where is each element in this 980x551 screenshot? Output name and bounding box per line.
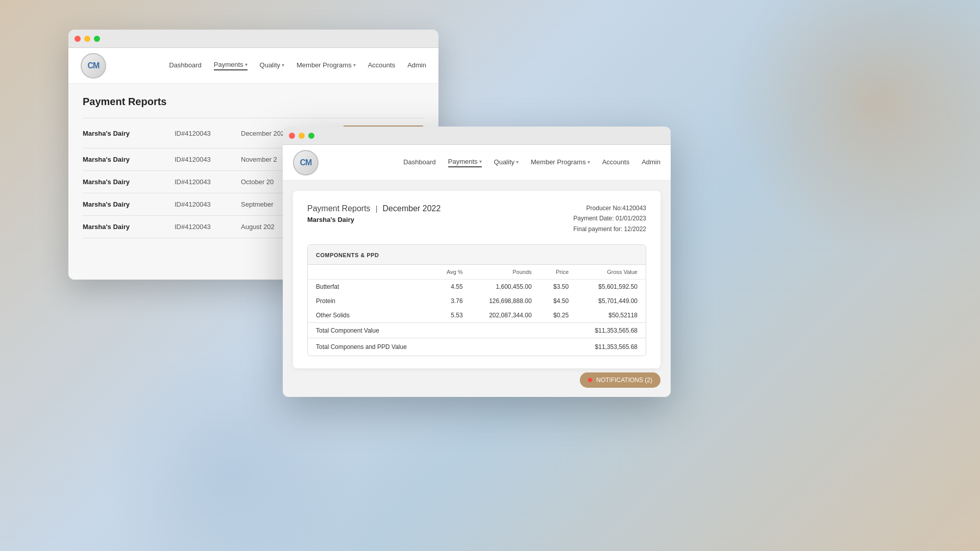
nav-quality-1[interactable]: Quality ▾	[260, 61, 284, 70]
id-1-1: ID#4120043	[175, 156, 241, 163]
logo-cm-text-2: CM	[300, 158, 312, 167]
nav-quality-2[interactable]: Quality ▾	[494, 158, 519, 167]
navbar-2: CM Dashboard Payments ▾ Quality ▾ Member…	[283, 145, 671, 181]
components-header: COMPONENTS & PPD	[308, 245, 646, 265]
row-name-3: Total Component Value	[308, 323, 433, 338]
row-name-4: Total Componens and PPD Value	[308, 338, 433, 356]
member-arrow-2: ▾	[587, 159, 590, 165]
report-meta: Producer No:4120043 Payment Date: 01/01/…	[573, 203, 646, 234]
row-pounds-0: 1,600,455.00	[471, 280, 540, 294]
quality-arrow-1: ▾	[282, 62, 284, 68]
row-avg-3	[433, 323, 471, 338]
report-main-title: Payment Reports | December 2022	[307, 203, 440, 214]
col-header-price: Price	[540, 265, 577, 280]
row-name-0: Butterfat	[308, 280, 433, 294]
nav-links-2: Dashboard Payments ▾ Quality ▾ Member Pr…	[403, 158, 660, 167]
table-row-ppd-total: Total Componens and PPD Value $11,353,56…	[308, 338, 646, 356]
logo-2: CM	[293, 150, 318, 176]
company-1-2: Marsha's Dairy	[83, 178, 175, 186]
quality-arrow-2: ▾	[516, 159, 519, 165]
row-avg-0: 4.55	[433, 280, 471, 294]
company-1-1: Marsha's Dairy	[83, 156, 175, 163]
titlebar-1	[68, 30, 438, 48]
maximize-button-2[interactable]	[308, 133, 314, 139]
maximize-button-1[interactable]	[94, 36, 100, 42]
navbar-1: CM Dashboard Payments ▾ Quality ▾ Member…	[68, 48, 438, 84]
notifications-bar[interactable]: NOTIFICATIONS (2)	[580, 372, 660, 388]
logo-cm-text-1: CM	[88, 61, 100, 70]
row-price-4	[540, 338, 577, 356]
company-1-0: Marsha's Dairy	[83, 130, 175, 137]
id-1-2: ID#4120043	[175, 178, 241, 186]
row-avg-1: 3.76	[433, 294, 471, 308]
nav-accounts-2[interactable]: Accounts	[602, 158, 629, 167]
row-avg-2: 5.53	[433, 308, 471, 323]
company-1-3: Marsha's Dairy	[83, 201, 175, 208]
row-pounds-4	[471, 338, 540, 356]
row-avg-4	[433, 338, 471, 356]
logo-1: CM	[81, 53, 106, 79]
row-price-1: $4.50	[540, 294, 577, 308]
row-pounds-3	[471, 323, 540, 338]
report-header: Payment Reports | December 2022 Marsha's…	[307, 203, 646, 234]
nav-admin-1[interactable]: Admin	[407, 61, 426, 70]
producer-no: Producer No:4120043	[573, 203, 646, 213]
col-header-pounds: Pounds	[471, 265, 540, 280]
minimize-button-2[interactable]	[299, 133, 305, 139]
id-1-4: ID#4120043	[175, 223, 241, 231]
components-table: Avg % Pounds Price Gross Value Butterfat…	[308, 265, 646, 356]
table-row-other-solids: Other Solids 5.53 202,087,344.00 $0.25 $…	[308, 308, 646, 323]
minimize-button-1[interactable]	[84, 36, 90, 42]
close-button-1[interactable]	[75, 36, 81, 42]
payments-arrow-2: ▾	[479, 159, 482, 164]
notification-dot	[588, 378, 592, 382]
page-title-1: Payment Reports	[83, 96, 424, 108]
nav-payments-2[interactable]: Payments ▾	[448, 158, 482, 167]
member-arrow-1: ▾	[353, 62, 356, 68]
detail-content: Payment Reports | December 2022 Marsha's…	[293, 191, 660, 368]
components-section-title: COMPONENTS & PPD	[316, 252, 379, 258]
col-header-avg: Avg %	[433, 265, 471, 280]
nav-dashboard-1[interactable]: Dashboard	[169, 61, 202, 70]
table-row-protein: Protein 3.76 126,698,888.00 $4.50 $5,701…	[308, 294, 646, 308]
col-header-name	[308, 265, 433, 280]
row-name-1: Protein	[308, 294, 433, 308]
nav-links-1: Dashboard Payments ▾ Quality ▾ Member Pr…	[169, 61, 426, 70]
row-price-3	[540, 323, 577, 338]
row-price-0: $3.50	[540, 280, 577, 294]
window-report-detail: CM Dashboard Payments ▾ Quality ▾ Member…	[283, 127, 671, 397]
nav-payments-1[interactable]: Payments ▾	[214, 61, 248, 70]
row-gross-3: $11,353,565.68	[577, 323, 646, 338]
close-button-2[interactable]	[289, 133, 295, 139]
nav-admin-2[interactable]: Admin	[642, 158, 660, 167]
company-1-4: Marsha's Dairy	[83, 223, 175, 231]
notifications-label: NOTIFICATIONS (2)	[596, 377, 652, 384]
row-gross-0: $5,601,592.50	[577, 280, 646, 294]
row-pounds-1: 126,698,888.00	[471, 294, 540, 308]
payments-arrow-1: ▾	[245, 62, 248, 67]
final-payment: Final payment for: 12/2022	[573, 224, 646, 234]
row-price-2: $0.25	[540, 308, 577, 323]
table-row-total-component: Total Component Value $11,353,565.68	[308, 323, 646, 338]
row-gross-1: $5,701,449.00	[577, 294, 646, 308]
table-row-butterfat: Butterfat 4.55 1,600,455.00 $3.50 $5,601…	[308, 280, 646, 294]
payment-date: Payment Date: 01/01/2023	[573, 213, 646, 223]
nav-member-1[interactable]: Member Programs ▾	[297, 61, 356, 70]
row-pounds-2: 202,087,344.00	[471, 308, 540, 323]
id-1-0: ID#4120043	[175, 130, 241, 137]
report-title-section: Payment Reports | December 2022 Marsha's…	[307, 203, 440, 234]
components-section: COMPONENTS & PPD Avg % Pounds Price Gros…	[307, 244, 646, 356]
row-gross-4: $11,353,565.68	[577, 338, 646, 356]
id-1-3: ID#4120043	[175, 201, 241, 208]
row-gross-2: $50,52118	[577, 308, 646, 323]
row-name-2: Other Solids	[308, 308, 433, 323]
report-company-name: Marsha's Dairy	[307, 216, 440, 223]
logo-circle-1: CM	[81, 53, 106, 79]
nav-member-2[interactable]: Member Programs ▾	[531, 158, 590, 167]
nav-accounts-1[interactable]: Accounts	[368, 61, 395, 70]
logo-circle-2: CM	[293, 150, 318, 176]
nav-dashboard-2[interactable]: Dashboard	[403, 158, 436, 167]
col-header-gross: Gross Value	[577, 265, 646, 280]
titlebar-2	[283, 127, 671, 145]
